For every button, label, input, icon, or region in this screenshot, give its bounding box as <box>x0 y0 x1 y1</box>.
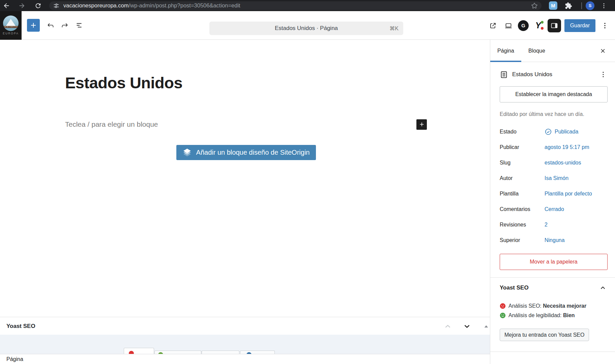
page-icon <box>500 70 508 79</box>
attribute-row: Revisiones 2 <box>500 217 608 233</box>
document-title: Estados Unidos · Página <box>275 25 338 32</box>
attribute-value[interactable]: Plantilla por defecto <box>545 191 592 197</box>
attribute-value[interactable]: Isa Simón <box>545 175 568 181</box>
attribute-value[interactable]: Ninguna <box>545 237 565 243</box>
close-sidebar-button[interactable] <box>597 45 609 57</box>
external-link-icon <box>489 22 497 30</box>
sidebar-tab[interactable]: Bloque <box>521 40 552 62</box>
last-edited-note: Editado por última vez hace un día. <box>500 111 584 117</box>
layers-icon <box>183 148 192 157</box>
attribute-value[interactable]: Cerrado <box>545 206 564 212</box>
sidebar-icon <box>550 22 558 30</box>
yoast-metabox-header[interactable]: Yoast SEO <box>0 317 490 335</box>
block-inserter-button[interactable] <box>27 19 40 32</box>
attribute-value[interactable]: 2 <box>545 222 548 228</box>
close-icon <box>599 47 607 55</box>
preview-button[interactable] <box>502 20 515 32</box>
yoast-metabox-title: Yoast SEO <box>6 323 35 330</box>
attribute-label: Slug <box>500 160 545 166</box>
view-page-button[interactable] <box>487 20 499 32</box>
undo-button[interactable] <box>45 19 57 31</box>
set-featured-image-button[interactable]: Establecer la imagen destacada <box>500 86 608 102</box>
site-settings-icon[interactable] <box>53 2 60 9</box>
undo-icon <box>46 21 55 30</box>
yoast-tab[interactable] <box>240 351 275 354</box>
browser-menu-icon[interactable] <box>601 2 607 9</box>
page-actions-kebab-icon[interactable] <box>599 70 607 79</box>
siteorigin-add-block-button[interactable]: Añadir un bloque diseño de SiteOrigin <box>176 145 316 160</box>
attribute-label: Estado <box>500 129 545 135</box>
gtranslate-icon[interactable]: G <box>518 20 529 31</box>
kebab-menu-icon <box>601 22 609 30</box>
command-center[interactable]: Estados Unidos · Página ⌘K <box>209 22 403 35</box>
attribute-label: Plantilla <box>500 191 545 197</box>
attribute-value-text: Ninguna <box>545 237 565 243</box>
attribute-value-text: Publicada <box>555 129 578 135</box>
breadcrumb[interactable]: Página <box>6 356 23 362</box>
move-down-icon[interactable] <box>463 322 471 331</box>
editor-header: VACACIONES POR EUROPA Estados Unidos · P… <box>0 11 615 40</box>
browser-forward-icon[interactable] <box>18 2 26 9</box>
header-actions: G Y Guardar <box>487 11 611 40</box>
save-button[interactable]: Guardar <box>564 19 595 32</box>
move-up-icon[interactable] <box>443 322 452 331</box>
attribute-label: Revisiones <box>500 222 545 228</box>
extension-m-icon[interactable]: M <box>549 1 557 10</box>
extensions-puzzle-icon[interactable] <box>565 2 572 9</box>
sad-face-icon <box>500 303 506 309</box>
address-bar[interactable]: vacacionesporeuropa.com/wp-admin/post.ph… <box>49 1 541 10</box>
improve-with-yoast-button[interactable]: Mejora tu entrada con Yoast SEO <box>500 329 589 341</box>
editor-canvas: Estados Unidos Teclea / para elegir un b… <box>0 40 490 364</box>
plus-icon <box>418 121 426 128</box>
site-logo[interactable]: VACACIONES POR EUROPA <box>0 11 22 40</box>
attribute-row: Comentarios Cerrado <box>500 202 608 217</box>
browser-toolbar: vacacionesporeuropa.com/wp-admin/post.ph… <box>0 0 615 11</box>
desktop-preview-icon <box>504 22 512 30</box>
attribute-value[interactable]: Publicada <box>545 128 578 135</box>
yoast-tab[interactable] <box>202 351 239 354</box>
yoast-tab[interactable] <box>124 348 154 354</box>
document-overview-button[interactable] <box>73 19 85 31</box>
attribute-value-text: estados-unidos <box>545 160 581 166</box>
plus-icon <box>29 21 37 29</box>
toolbar-separator <box>581 2 582 9</box>
yoast-tab[interactable] <box>154 351 201 354</box>
yoast-seo-section-header[interactable]: Yoast SEO <box>500 277 607 298</box>
attribute-value[interactable]: agosto 19 5:17 pm <box>545 144 589 150</box>
redo-button[interactable] <box>59 19 71 31</box>
attribute-value[interactable]: estados-unidos <box>545 160 581 166</box>
attribute-row: Estado Publicada <box>500 124 608 140</box>
settings-panel-toggle[interactable] <box>548 19 561 32</box>
attribute-row: Plantilla Plantilla por defecto <box>500 186 608 202</box>
yoast-good-dot <box>541 21 544 24</box>
profile-avatar[interactable]: S <box>586 1 594 10</box>
browser-reload-icon[interactable] <box>34 2 42 9</box>
move-to-trash-button[interactable]: Mover a la papelera <box>500 254 608 270</box>
sidebar-tabs: Página Bloque <box>490 40 615 62</box>
attribute-value-text: agosto 19 5:17 pm <box>545 144 589 150</box>
attribute-value-text: Isa Simón <box>545 175 568 181</box>
collapse-triangle-icon[interactable] <box>482 322 491 331</box>
seo-analysis-line: Análisis SEO: Necesita mejorar <box>500 302 586 310</box>
yoast-seo-icon[interactable]: Y <box>532 20 544 32</box>
browser-back-icon[interactable] <box>3 2 10 9</box>
page-title[interactable]: Estados Unidos <box>65 73 182 92</box>
url-path: /wp-admin/post.php?post=30506&action=edi… <box>129 2 240 8</box>
sidebar-tab[interactable]: Página <box>490 40 521 62</box>
chevron-up-icon <box>598 283 607 292</box>
bookmark-star-icon[interactable] <box>531 2 538 9</box>
attribute-row: Publicar agosto 19 5:17 pm <box>500 140 608 155</box>
url-domain: vacacionesporeuropa.com <box>63 2 129 8</box>
url-text[interactable]: vacacionesporeuropa.com/wp-admin/post.ph… <box>63 2 531 9</box>
block-placeholder[interactable]: Teclea / para elegir un bloque <box>65 120 416 128</box>
attribute-label: Superior <box>500 237 545 243</box>
divider <box>490 352 615 352</box>
sidebar-doc-title: Estados Unidos <box>512 71 595 78</box>
inline-block-inserter-button[interactable] <box>416 119 427 130</box>
options-menu-button[interactable] <box>599 20 611 32</box>
attribute-row: Superior Ninguna <box>500 233 608 248</box>
smiley-face-icon <box>500 312 506 318</box>
site-logo-icon: VACACIONES POR <box>3 16 19 31</box>
attribute-row: Autor Isa Simón <box>500 171 608 186</box>
shortcut-hint: ⌘K <box>389 25 399 32</box>
